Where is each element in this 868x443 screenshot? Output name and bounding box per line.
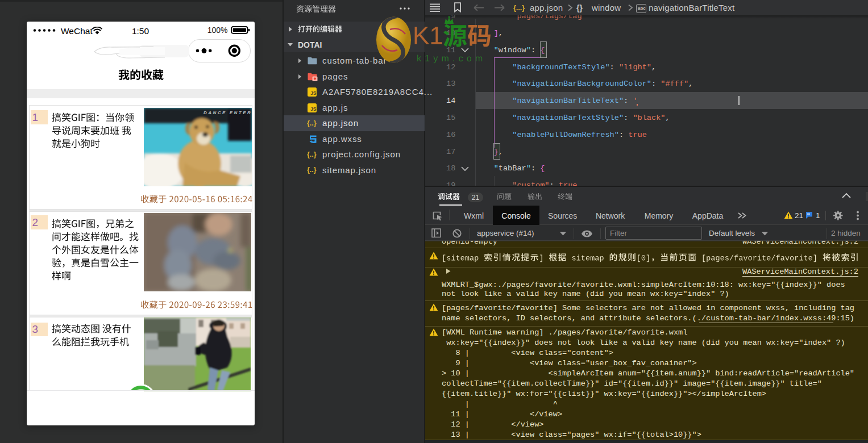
svg-text:DANCE ENTER F: DANCE ENTER F <box>203 110 252 115</box>
